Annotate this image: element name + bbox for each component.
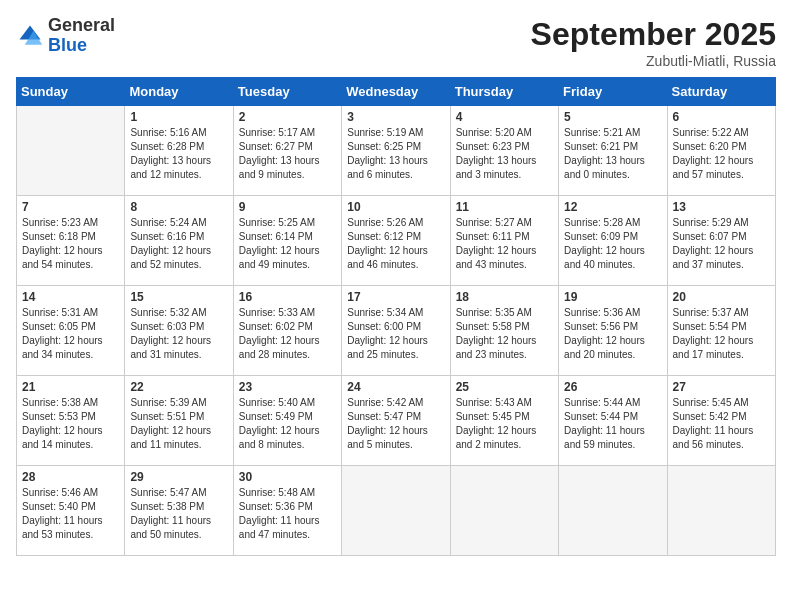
day-number: 11 (456, 200, 553, 214)
day-number: 1 (130, 110, 227, 124)
week-row-1: 1Sunrise: 5:16 AM Sunset: 6:28 PM Daylig… (17, 106, 776, 196)
day-info: Sunrise: 5:16 AM Sunset: 6:28 PM Dayligh… (130, 126, 227, 182)
day-number: 8 (130, 200, 227, 214)
day-info: Sunrise: 5:21 AM Sunset: 6:21 PM Dayligh… (564, 126, 661, 182)
calendar-cell: 6Sunrise: 5:22 AM Sunset: 6:20 PM Daylig… (667, 106, 775, 196)
calendar-cell (450, 466, 558, 556)
day-number: 24 (347, 380, 444, 394)
calendar-cell: 20Sunrise: 5:37 AM Sunset: 5:54 PM Dayli… (667, 286, 775, 376)
day-number: 3 (347, 110, 444, 124)
day-info: Sunrise: 5:36 AM Sunset: 5:56 PM Dayligh… (564, 306, 661, 362)
calendar-cell: 10Sunrise: 5:26 AM Sunset: 6:12 PM Dayli… (342, 196, 450, 286)
day-number: 30 (239, 470, 336, 484)
calendar-cell (667, 466, 775, 556)
month-year: September 2025 (531, 16, 776, 53)
title-block: September 2025 Zubutli-Miatli, Russia (531, 16, 776, 69)
logo: General Blue (16, 16, 115, 56)
day-number: 2 (239, 110, 336, 124)
day-info: Sunrise: 5:38 AM Sunset: 5:53 PM Dayligh… (22, 396, 119, 452)
page-header: General Blue September 2025 Zubutli-Miat… (16, 16, 776, 69)
day-header-thursday: Thursday (450, 78, 558, 106)
day-number: 14 (22, 290, 119, 304)
calendar-cell: 19Sunrise: 5:36 AM Sunset: 5:56 PM Dayli… (559, 286, 667, 376)
calendar-cell: 25Sunrise: 5:43 AM Sunset: 5:45 PM Dayli… (450, 376, 558, 466)
day-number: 28 (22, 470, 119, 484)
calendar-cell (559, 466, 667, 556)
calendar-cell: 23Sunrise: 5:40 AM Sunset: 5:49 PM Dayli… (233, 376, 341, 466)
day-info: Sunrise: 5:44 AM Sunset: 5:44 PM Dayligh… (564, 396, 661, 452)
day-header-sunday: Sunday (17, 78, 125, 106)
calendar-cell: 2Sunrise: 5:17 AM Sunset: 6:27 PM Daylig… (233, 106, 341, 196)
calendar-cell: 28Sunrise: 5:46 AM Sunset: 5:40 PM Dayli… (17, 466, 125, 556)
week-row-3: 14Sunrise: 5:31 AM Sunset: 6:05 PM Dayli… (17, 286, 776, 376)
calendar-table: SundayMondayTuesdayWednesdayThursdayFrid… (16, 77, 776, 556)
calendar-cell: 8Sunrise: 5:24 AM Sunset: 6:16 PM Daylig… (125, 196, 233, 286)
logo-icon (16, 22, 44, 50)
day-number: 13 (673, 200, 770, 214)
calendar-cell: 4Sunrise: 5:20 AM Sunset: 6:23 PM Daylig… (450, 106, 558, 196)
day-number: 16 (239, 290, 336, 304)
calendar-cell (342, 466, 450, 556)
day-number: 17 (347, 290, 444, 304)
day-info: Sunrise: 5:37 AM Sunset: 5:54 PM Dayligh… (673, 306, 770, 362)
day-info: Sunrise: 5:22 AM Sunset: 6:20 PM Dayligh… (673, 126, 770, 182)
calendar-cell: 12Sunrise: 5:28 AM Sunset: 6:09 PM Dayli… (559, 196, 667, 286)
calendar-cell (17, 106, 125, 196)
calendar-cell: 17Sunrise: 5:34 AM Sunset: 6:00 PM Dayli… (342, 286, 450, 376)
calendar-cell: 21Sunrise: 5:38 AM Sunset: 5:53 PM Dayli… (17, 376, 125, 466)
day-info: Sunrise: 5:47 AM Sunset: 5:38 PM Dayligh… (130, 486, 227, 542)
day-info: Sunrise: 5:28 AM Sunset: 6:09 PM Dayligh… (564, 216, 661, 272)
day-info: Sunrise: 5:20 AM Sunset: 6:23 PM Dayligh… (456, 126, 553, 182)
day-number: 21 (22, 380, 119, 394)
calendar-cell: 29Sunrise: 5:47 AM Sunset: 5:38 PM Dayli… (125, 466, 233, 556)
calendar-cell: 5Sunrise: 5:21 AM Sunset: 6:21 PM Daylig… (559, 106, 667, 196)
week-row-2: 7Sunrise: 5:23 AM Sunset: 6:18 PM Daylig… (17, 196, 776, 286)
day-number: 26 (564, 380, 661, 394)
day-number: 29 (130, 470, 227, 484)
calendar-cell: 9Sunrise: 5:25 AM Sunset: 6:14 PM Daylig… (233, 196, 341, 286)
day-info: Sunrise: 5:25 AM Sunset: 6:14 PM Dayligh… (239, 216, 336, 272)
day-info: Sunrise: 5:26 AM Sunset: 6:12 PM Dayligh… (347, 216, 444, 272)
calendar-cell: 14Sunrise: 5:31 AM Sunset: 6:05 PM Dayli… (17, 286, 125, 376)
day-number: 7 (22, 200, 119, 214)
calendar-cell: 11Sunrise: 5:27 AM Sunset: 6:11 PM Dayli… (450, 196, 558, 286)
day-info: Sunrise: 5:48 AM Sunset: 5:36 PM Dayligh… (239, 486, 336, 542)
calendar-cell: 16Sunrise: 5:33 AM Sunset: 6:02 PM Dayli… (233, 286, 341, 376)
logo-blue: Blue (48, 35, 87, 55)
day-number: 27 (673, 380, 770, 394)
day-info: Sunrise: 5:34 AM Sunset: 6:00 PM Dayligh… (347, 306, 444, 362)
calendar-body: 1Sunrise: 5:16 AM Sunset: 6:28 PM Daylig… (17, 106, 776, 556)
day-number: 12 (564, 200, 661, 214)
day-info: Sunrise: 5:45 AM Sunset: 5:42 PM Dayligh… (673, 396, 770, 452)
day-number: 23 (239, 380, 336, 394)
day-number: 4 (456, 110, 553, 124)
day-of-week-row: SundayMondayTuesdayWednesdayThursdayFrid… (17, 78, 776, 106)
day-info: Sunrise: 5:31 AM Sunset: 6:05 PM Dayligh… (22, 306, 119, 362)
day-header-friday: Friday (559, 78, 667, 106)
calendar-cell: 27Sunrise: 5:45 AM Sunset: 5:42 PM Dayli… (667, 376, 775, 466)
day-info: Sunrise: 5:39 AM Sunset: 5:51 PM Dayligh… (130, 396, 227, 452)
day-info: Sunrise: 5:29 AM Sunset: 6:07 PM Dayligh… (673, 216, 770, 272)
calendar-cell: 3Sunrise: 5:19 AM Sunset: 6:25 PM Daylig… (342, 106, 450, 196)
logo-general: General (48, 15, 115, 35)
calendar-cell: 30Sunrise: 5:48 AM Sunset: 5:36 PM Dayli… (233, 466, 341, 556)
day-header-wednesday: Wednesday (342, 78, 450, 106)
day-number: 6 (673, 110, 770, 124)
calendar-cell: 18Sunrise: 5:35 AM Sunset: 5:58 PM Dayli… (450, 286, 558, 376)
week-row-4: 21Sunrise: 5:38 AM Sunset: 5:53 PM Dayli… (17, 376, 776, 466)
calendar-cell: 15Sunrise: 5:32 AM Sunset: 6:03 PM Dayli… (125, 286, 233, 376)
calendar-cell: 1Sunrise: 5:16 AM Sunset: 6:28 PM Daylig… (125, 106, 233, 196)
location: Zubutli-Miatli, Russia (531, 53, 776, 69)
day-info: Sunrise: 5:27 AM Sunset: 6:11 PM Dayligh… (456, 216, 553, 272)
week-row-5: 28Sunrise: 5:46 AM Sunset: 5:40 PM Dayli… (17, 466, 776, 556)
day-number: 5 (564, 110, 661, 124)
day-info: Sunrise: 5:46 AM Sunset: 5:40 PM Dayligh… (22, 486, 119, 542)
logo-text: General Blue (48, 16, 115, 56)
day-info: Sunrise: 5:40 AM Sunset: 5:49 PM Dayligh… (239, 396, 336, 452)
day-info: Sunrise: 5:43 AM Sunset: 5:45 PM Dayligh… (456, 396, 553, 452)
calendar-cell: 7Sunrise: 5:23 AM Sunset: 6:18 PM Daylig… (17, 196, 125, 286)
day-number: 10 (347, 200, 444, 214)
day-info: Sunrise: 5:33 AM Sunset: 6:02 PM Dayligh… (239, 306, 336, 362)
day-number: 15 (130, 290, 227, 304)
day-number: 19 (564, 290, 661, 304)
